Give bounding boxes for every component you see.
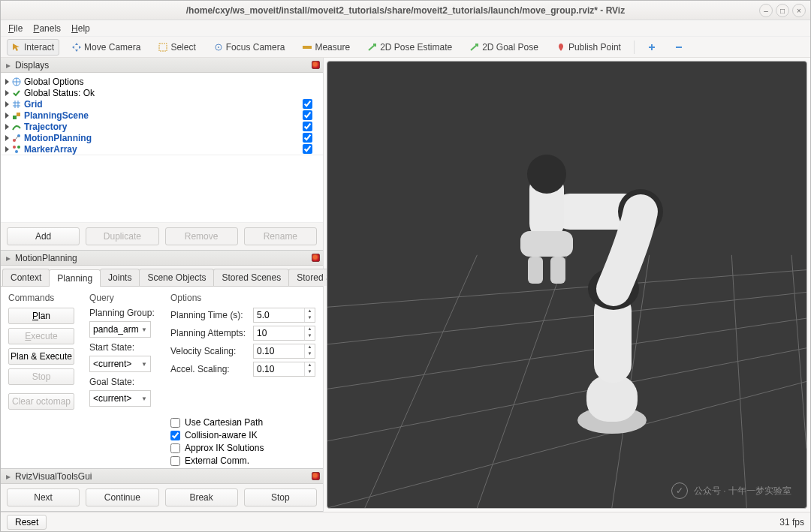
duplicate-button: Duplicate [86, 227, 158, 245]
velocity-scaling-spinner[interactable]: 0.10▲▼ [253, 344, 315, 359]
close-button[interactable]: × [792, 4, 806, 17]
execute-button: Execute [8, 328, 74, 344]
expand-icon[interactable] [5, 113, 9, 119]
titlebar: /home/cxy/ws_moveit/install/moveit2_tuto… [1, 1, 810, 20]
tree-item-markerarray[interactable]: MarkerArray [5, 143, 318, 155]
reset-button[interactable]: Reset [7, 515, 47, 530]
pin-icon [556, 43, 565, 52]
approx-ik-checkbox[interactable] [170, 443, 180, 453]
panel-close-button[interactable] [312, 254, 320, 262]
measure-tool[interactable]: Measure [297, 39, 355, 56]
svg-rect-32 [550, 257, 565, 284]
goal-pose-tool[interactable]: 2D Goal Pose [465, 39, 544, 56]
tab-stored-scenes[interactable]: Stored Scenes [213, 269, 289, 286]
motionplanning-panel: ▸ MotionPlanning Context Planning Joints… [1, 251, 323, 469]
svg-rect-31 [528, 257, 543, 284]
robot-arm-render [439, 120, 695, 450]
svg-point-2 [218, 47, 219, 48]
plan-button[interactable]: Plan [8, 308, 74, 324]
collapse-icon[interactable]: ▸ [4, 472, 12, 480]
panel-close-button[interactable] [312, 472, 320, 480]
goal-state-label: Goal State: [89, 377, 158, 387]
chevron-down-icon: ▼ [141, 361, 147, 368]
trajectory-checkbox[interactable] [303, 122, 312, 131]
collapse-icon[interactable]: ▸ [4, 61, 12, 69]
move-icon [72, 43, 81, 52]
stop-button[interactable]: Stop [244, 488, 317, 506]
next-button[interactable]: Next [7, 488, 80, 506]
move-camera-tool[interactable]: Move Camera [67, 39, 146, 56]
markerarray-checkbox[interactable] [303, 144, 312, 154]
planning-time-label: Planning Time (s): [170, 310, 249, 320]
plus-icon [647, 43, 656, 52]
focus-camera-tool[interactable]: Focus Camera [209, 39, 291, 56]
tree-item-grid[interactable]: Grid [5, 98, 318, 110]
panel-close-button[interactable] [312, 61, 320, 69]
plus-tool[interactable] [642, 40, 662, 55]
pose-estimate-tool[interactable]: 2D Pose Estimate [363, 39, 457, 56]
accel-scaling-spinner[interactable]: 0.10▲▼ [253, 362, 315, 377]
rvizvisualtools-title: RvizVisualToolsGui [15, 471, 309, 482]
app-window: /home/cxy/ws_moveit/install/moveit2_tuto… [0, 0, 811, 532]
select-icon [158, 43, 167, 52]
maximize-button[interactable]: □ [776, 4, 789, 17]
globe-icon [12, 77, 21, 86]
stop-button: Stop [8, 368, 74, 385]
expand-icon[interactable] [5, 124, 9, 130]
planning-attempts-label: Planning Attempts: [170, 328, 249, 338]
break-button[interactable]: Break [165, 488, 238, 506]
tree-item-motionplanning[interactable]: MotionPlanning [5, 132, 318, 143]
expand-icon[interactable] [5, 101, 9, 107]
arrow-green-icon [470, 43, 479, 52]
svg-rect-30 [520, 231, 573, 257]
goal-state-combo[interactable]: <current>▼ [89, 390, 151, 407]
motionplanning-tabs: Context Planning Joints Scene Objects St… [1, 266, 323, 287]
planning-time-spinner[interactable]: 5.0▲▼ [253, 308, 315, 323]
expand-icon[interactable] [5, 135, 9, 141]
remove-button: Remove [165, 227, 238, 245]
tab-planning[interactable]: Planning [49, 269, 101, 287]
3d-viewport[interactable]: ✓ 公众号 · 十年一梦实验室 [327, 61, 807, 509]
start-state-combo[interactable]: <current>▼ [89, 356, 151, 372]
expand-icon[interactable] [5, 146, 9, 152]
planning-attempts-spinner[interactable]: 10▲▼ [253, 326, 315, 341]
plan-execute-button[interactable]: Plan & Execute [8, 348, 74, 365]
fps-counter: 31 fps [779, 517, 804, 527]
collapse-icon[interactable]: ▸ [4, 254, 12, 262]
toolbar-separator [634, 41, 635, 54]
motionplanning-checkbox[interactable] [303, 133, 312, 143]
menu-file[interactable]: File [8, 23, 23, 34]
select-tool[interactable]: Select [153, 39, 200, 56]
chevron-down-icon: ▼ [141, 326, 147, 333]
display-description-area [1, 155, 323, 223]
tree-item-planningscene[interactable]: PlanningScene [5, 110, 318, 121]
minus-tool[interactable] [669, 40, 689, 55]
svg-point-11 [15, 150, 18, 153]
displays-tree[interactable]: Global Options Global Status: Ok Grid [1, 73, 323, 155]
expand-icon[interactable] [5, 90, 9, 96]
add-button[interactable]: Add [7, 227, 80, 245]
svg-point-10 [17, 146, 20, 149]
planningscene-checkbox[interactable] [303, 110, 312, 120]
tree-item-global-options[interactable]: Global Options [5, 76, 318, 87]
velocity-scaling-label: Velocity Scaling: [170, 346, 249, 356]
collision-aware-ik-checkbox[interactable] [170, 431, 180, 440]
use-cartesian-checkbox[interactable] [170, 418, 180, 428]
grid-checkbox[interactable] [303, 99, 312, 109]
menu-panels[interactable]: Panels [33, 23, 61, 34]
external-comm-checkbox[interactable] [170, 456, 180, 466]
target-icon [214, 43, 223, 52]
expand-icon[interactable] [5, 79, 9, 85]
tab-joints[interactable]: Joints [100, 269, 140, 286]
tab-context[interactable]: Context [2, 269, 50, 286]
tree-item-global-status[interactable]: Global Status: Ok [5, 87, 318, 98]
interact-tool[interactable]: Interact [7, 39, 59, 56]
minimize-button[interactable]: – [759, 4, 773, 17]
continue-button[interactable]: Continue [86, 488, 158, 506]
menubar: File Panels Help [1, 20, 810, 37]
publish-point-tool[interactable]: Publish Point [551, 39, 626, 56]
menu-help[interactable]: Help [71, 23, 90, 34]
tab-scene-objects[interactable]: Scene Objects [139, 269, 214, 286]
tree-item-trajectory[interactable]: Trajectory [5, 121, 318, 132]
planning-group-combo[interactable]: panda_arm▼ [89, 321, 151, 338]
